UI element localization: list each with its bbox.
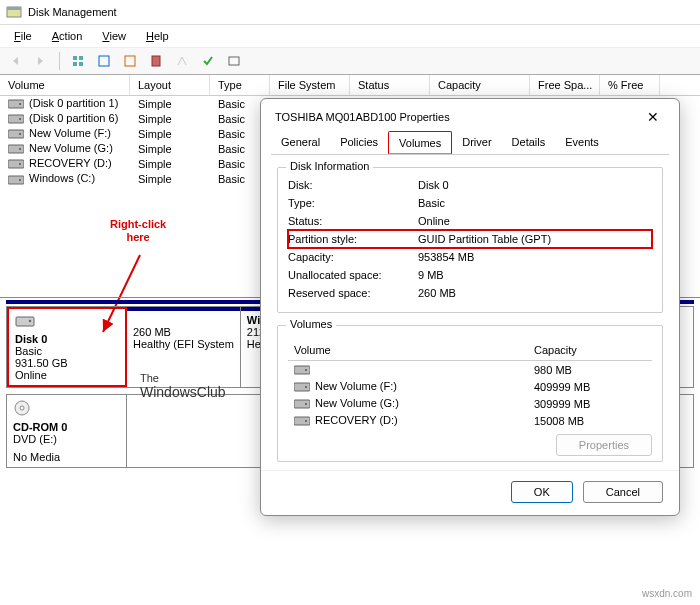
svg-rect-27 [294,366,310,374]
tab-details[interactable]: Details [502,131,556,154]
annotation-text: Right-click here [110,218,166,244]
toolbar [0,47,700,75]
svg-rect-10 [8,100,24,108]
dialog-tabs: General Policies Volumes Driver Details … [261,131,679,154]
col-fs[interactable]: File System [270,75,350,95]
svg-rect-20 [8,176,24,184]
svg-point-17 [19,148,21,150]
col-volume[interactable]: Volume [0,75,130,95]
svg-point-11 [19,103,21,105]
menu-view[interactable]: View [92,27,136,45]
svg-point-13 [19,118,21,120]
svg-rect-1 [7,7,21,10]
tab-events[interactable]: Events [555,131,609,154]
svg-point-34 [305,420,307,422]
svg-rect-7 [125,56,135,66]
svg-rect-3 [79,56,83,60]
menubar: File Action View Help [0,25,700,47]
cd-icon [13,399,120,419]
tool-btn-2[interactable] [93,51,115,71]
col-type[interactable]: Type [210,75,270,95]
volumes-group: Volumes Volume Capacity 980 MB New Volum… [277,325,663,462]
close-icon[interactable]: ✕ [641,109,665,125]
svg-rect-5 [79,62,83,66]
svg-rect-33 [294,417,310,425]
svg-rect-29 [294,383,310,391]
tab-driver[interactable]: Driver [452,131,501,154]
tool-btn-4[interactable] [145,51,167,71]
volume-list-header: Volume Layout Type File System Status Ca… [0,75,700,96]
svg-rect-12 [8,115,24,123]
dialog-titlebar: TOSHIBA MQ01ABD100 Properties ✕ [261,99,679,131]
svg-point-24 [29,319,31,321]
dialog-volume-row[interactable]: New Volume (F:)409999 MB [288,378,652,395]
svg-point-28 [305,369,307,371]
svg-rect-23 [16,317,34,326]
col-capacity[interactable]: Capacity [430,75,530,95]
watermark-logo: The WindowsClub [140,372,226,400]
menu-help[interactable]: Help [136,27,179,45]
ok-button[interactable]: OK [511,481,573,503]
col-pct[interactable]: % Free [600,75,660,95]
titlebar: Disk Management [0,0,700,25]
menu-file[interactable]: File [4,27,42,45]
svg-point-32 [305,403,307,405]
refresh-button[interactable] [67,51,89,71]
disk-icon [15,313,119,331]
partition-style-row: Partition style:GUID Partition Table (GP… [288,230,652,248]
svg-point-26 [20,406,24,410]
col-free[interactable]: Free Spa... [530,75,600,95]
svg-rect-6 [99,56,109,66]
svg-rect-18 [8,160,24,168]
menu-action[interactable]: Action [42,27,93,45]
disk-mgmt-icon [6,4,22,20]
col-status[interactable]: Status [350,75,430,95]
tab-policies[interactable]: Policies [330,131,388,154]
properties-button: Properties [556,434,652,456]
dialog-volume-row[interactable]: 980 MB [288,361,652,378]
dialog-title: TOSHIBA MQ01ABD100 Properties [275,111,450,123]
svg-rect-16 [8,145,24,153]
dlg-col-capacity[interactable]: Capacity [528,340,652,360]
properties-dialog: TOSHIBA MQ01ABD100 Properties ✕ General … [260,98,680,516]
disk-information-group: Disk Information Disk:Disk 0 Type:Basic … [277,167,663,313]
forward-button [30,51,52,71]
window-title: Disk Management [28,6,117,18]
tab-general[interactable]: General [271,131,330,154]
svg-rect-31 [294,400,310,408]
svg-rect-8 [152,56,160,66]
svg-rect-4 [73,62,77,66]
tool-btn-6[interactable] [197,51,219,71]
back-button [4,51,26,71]
tool-btn-3[interactable] [119,51,141,71]
col-layout[interactable]: Layout [130,75,210,95]
cdrom-header[interactable]: CD-ROM 0 DVD (E:) No Media [7,395,127,467]
svg-point-19 [19,163,21,165]
dialog-volume-row[interactable]: RECOVERY (D:)15008 MB [288,412,652,429]
svg-rect-9 [229,57,239,65]
svg-point-15 [19,133,21,135]
cancel-button[interactable]: Cancel [583,481,663,503]
tool-btn-5 [171,51,193,71]
dialog-volume-row[interactable]: New Volume (G:)309999 MB [288,395,652,412]
dlg-col-volume[interactable]: Volume [288,340,528,360]
page-watermark: wsxdn.com [642,588,692,599]
svg-rect-2 [73,56,77,60]
tool-btn-7[interactable] [223,51,245,71]
disk-0-header[interactable]: Disk 0 Basic 931.50 GB Online [7,307,127,387]
svg-point-30 [305,386,307,388]
svg-point-21 [19,179,21,181]
tab-volumes[interactable]: Volumes [388,131,452,154]
svg-rect-14 [8,130,24,138]
